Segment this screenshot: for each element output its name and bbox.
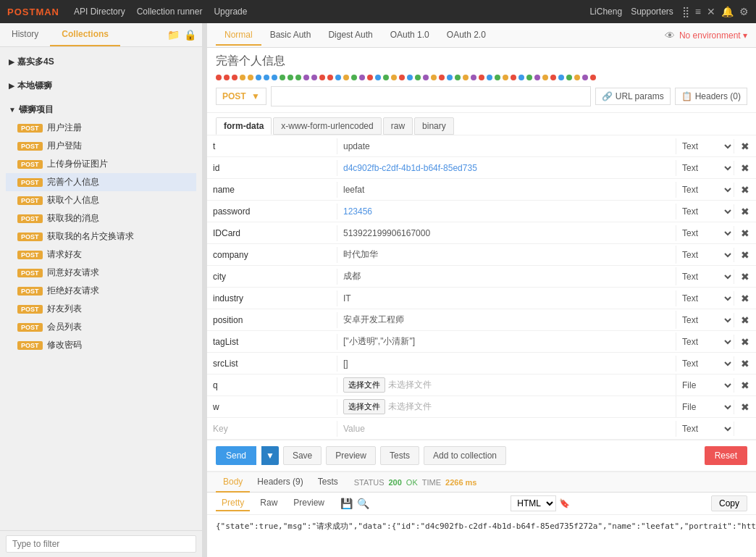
bell-icon[interactable]: 🔔 xyxy=(721,6,734,17)
body-tab-urlencoded[interactable]: x-www-form-urlencoded xyxy=(273,117,381,135)
form-key-cell[interactable]: industry xyxy=(207,290,337,306)
headers-btn[interactable]: 📋 Headers (0) xyxy=(675,88,747,105)
response-tab-headers[interactable]: Headers (9) xyxy=(250,472,310,493)
form-delete-button[interactable]: ✖ xyxy=(734,141,756,152)
sidebar-item-9[interactable]: POST 拒绝好友请求 xyxy=(6,282,196,300)
form-key-cell[interactable]: city xyxy=(207,269,337,285)
form-delete-button[interactable]: ✖ xyxy=(734,184,756,196)
form-delete-button[interactable]: ✖ xyxy=(734,314,756,326)
type-select[interactable]: TextFile xyxy=(676,248,734,262)
form-value-cell[interactable]: 选择文件未选择文件 xyxy=(337,396,676,417)
sidebar-group-header-jiasd[interactable]: ▶ 嘉实多4S xyxy=(6,53,196,71)
env-dropdown[interactable]: No environment ▾ xyxy=(679,30,747,41)
form-value-cell[interactable]: d4c902fb-c2df-4b1d-b64f-85ed735 xyxy=(337,160,676,176)
sidebar-item-4[interactable]: POST 获取个人信息 xyxy=(6,191,196,209)
form-value-cell[interactable]: 选择文件未选择文件 xyxy=(337,374,676,395)
form-delete-button[interactable]: ✖ xyxy=(734,358,756,369)
tab-history[interactable]: History xyxy=(0,23,50,46)
search-icon[interactable]: 🔍 xyxy=(357,498,369,509)
response-tab-body[interactable]: Body xyxy=(216,472,250,493)
sidebar-item-1[interactable]: POST 用户登陆 xyxy=(6,137,196,155)
form-value-cell[interactable]: ["小透明","小清新"] xyxy=(337,332,676,351)
auth-tab-basic[interactable]: Basic Auth xyxy=(261,25,320,46)
sidebar-item-7[interactable]: POST 请求好友 xyxy=(6,246,196,264)
form-key-cell[interactable]: q xyxy=(207,377,337,393)
type-select[interactable]: TextFile xyxy=(676,335,734,349)
form-delete-button[interactable]: ✖ xyxy=(734,249,756,261)
form-delete-button[interactable]: ✖ xyxy=(734,162,756,174)
url-params-btn[interactable]: 🔗 URL params xyxy=(595,88,671,105)
sidebar-icon-folder[interactable]: 📁 xyxy=(167,29,180,41)
fmt-tab-pretty[interactable]: Pretty xyxy=(216,495,250,511)
sidebar-group-header-local[interactable]: ▶ 本地镖狮 xyxy=(6,77,196,95)
save-button[interactable]: Save xyxy=(283,446,322,465)
body-tab-raw[interactable]: raw xyxy=(383,117,413,135)
form-key-cell[interactable]: position xyxy=(207,312,337,328)
sidebar-filter-input[interactable] xyxy=(6,535,196,553)
form-value-cell[interactable]: IT xyxy=(337,290,676,306)
type-select[interactable]: TextFile xyxy=(676,139,734,154)
file-choose-button[interactable]: 选择文件 xyxy=(343,399,385,414)
auth-tab-oauth2[interactable]: OAuth 2.0 xyxy=(438,25,495,46)
body-tab-binary[interactable]: binary xyxy=(414,117,454,135)
form-value-cell[interactable]: 时代加华 xyxy=(337,246,676,264)
nav-collection-runner[interactable]: Collection runner xyxy=(137,7,203,17)
sidebar-icon-lock[interactable]: 🔒 xyxy=(184,29,196,41)
body-tab-formdata[interactable]: form-data xyxy=(216,117,272,135)
form-delete-button[interactable]: ✖ xyxy=(734,336,756,348)
form-value-cell[interactable]: 成都 xyxy=(337,267,676,285)
sidebar-item-8[interactable]: POST 同意好友请求 xyxy=(6,264,196,282)
send-arrow-button[interactable]: ▼ xyxy=(261,446,279,465)
add-collection-button[interactable]: Add to collection xyxy=(424,446,506,465)
sidebar-item-0[interactable]: POST 用户注册 xyxy=(6,119,196,137)
reset-button[interactable]: Reset xyxy=(705,446,747,465)
form-key-cell[interactable]: t xyxy=(207,138,337,154)
type-select[interactable]: TextFile xyxy=(676,226,734,240)
save-response-icon[interactable]: 💾 xyxy=(340,498,353,509)
form-key-cell[interactable]: Key xyxy=(207,421,337,437)
form-value-cell[interactable]: 513922199906167000 xyxy=(337,225,676,241)
type-select[interactable]: TextFile xyxy=(676,269,734,284)
form-delete-button[interactable]: ✖ xyxy=(734,401,756,413)
sidebar-group-header-project[interactable]: ▼ 镖狮项目 xyxy=(6,101,196,119)
list-icon[interactable]: ≡ xyxy=(695,6,701,17)
send-button[interactable]: Send xyxy=(216,446,256,465)
sidebar-item-11[interactable]: POST 会员列表 xyxy=(6,318,196,336)
form-key-cell[interactable]: srcList xyxy=(207,356,337,372)
form-value-cell[interactable]: update xyxy=(337,138,676,154)
form-key-cell[interactable]: name xyxy=(207,182,337,198)
auth-tab-normal[interactable]: Normal xyxy=(216,25,261,46)
form-key-cell[interactable]: password xyxy=(207,204,337,219)
preview-button[interactable]: Preview xyxy=(326,446,376,465)
file-choose-button[interactable]: 选择文件 xyxy=(343,377,385,393)
sidebar-item-3[interactable]: POST 完善个人信息 xyxy=(6,173,196,191)
form-value-cell[interactable]: Value xyxy=(337,421,676,437)
type-select[interactable]: TextFile xyxy=(676,204,734,219)
tab-collections[interactable]: Collections xyxy=(50,23,120,46)
form-key-cell[interactable]: company xyxy=(207,247,337,263)
type-select[interactable]: TextFile xyxy=(676,422,734,436)
form-key-cell[interactable]: id xyxy=(207,160,337,176)
format-dropdown[interactable]: HTML JSON XML Text xyxy=(511,495,556,511)
auth-tab-oauth1[interactable]: OAuth 1.0 xyxy=(382,25,438,46)
bookmark-icon[interactable]: 🔖 xyxy=(559,498,570,508)
form-delete-button[interactable]: ✖ xyxy=(734,293,756,304)
nav-api-directory[interactable]: API Directory xyxy=(74,7,125,17)
tests-button[interactable]: Tests xyxy=(380,446,419,465)
sidebar-item-5[interactable]: POST 获取我的消息 xyxy=(6,209,196,227)
form-delete-button[interactable]: ✖ xyxy=(734,380,756,391)
sidebar-item-6[interactable]: POST 获取我的名片交换请求 xyxy=(6,227,196,246)
type-select[interactable]: TextFile xyxy=(676,378,734,393)
url-input-area[interactable] xyxy=(271,86,591,106)
form-value-cell[interactable]: leefat xyxy=(337,182,676,198)
form-value-cell[interactable]: [] xyxy=(337,356,676,372)
sidebar-item-10[interactable]: POST 好友列表 xyxy=(6,300,196,318)
type-select[interactable]: TextFile xyxy=(676,161,734,175)
close-icon[interactable]: ✕ xyxy=(707,6,715,17)
response-tab-tests[interactable]: Tests xyxy=(311,472,345,493)
sidebar-item-12[interactable]: POST 修改密码 xyxy=(6,336,196,354)
fmt-tab-raw[interactable]: Raw xyxy=(254,495,283,511)
auth-tab-digest[interactable]: Digest Auth xyxy=(319,25,381,46)
form-key-cell[interactable]: IDCard xyxy=(207,225,337,241)
nav-upgrade[interactable]: Upgrade xyxy=(214,7,247,17)
